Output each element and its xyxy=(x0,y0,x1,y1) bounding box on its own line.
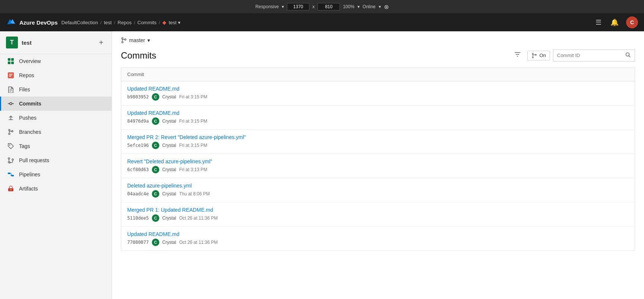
sidebar-item-repos[interactable]: Repos xyxy=(0,68,112,82)
commit-hash: 5efce196 xyxy=(127,143,149,148)
sep4: / xyxy=(159,20,160,25)
toolbar-right: On xyxy=(511,49,635,62)
width-input[interactable] xyxy=(287,3,309,10)
commits-icon xyxy=(7,100,15,107)
sidebar-item-commits[interactable]: Commits xyxy=(0,97,112,111)
filter-button[interactable] xyxy=(511,49,524,62)
height-input[interactable] xyxy=(318,3,340,10)
sidebar-project: T test + xyxy=(0,31,112,54)
filter-icon xyxy=(514,51,521,58)
svg-point-13 xyxy=(8,158,10,159)
svg-point-12 xyxy=(9,145,10,146)
commit-row[interactable]: Updated README.md 84976d9a C Crystal Fri… xyxy=(121,106,635,130)
sidebar-item-branches[interactable]: Branches xyxy=(0,125,112,139)
sidebar-item-artifacts-label: Artifacts xyxy=(19,186,106,192)
list-icon-button[interactable]: ☰ xyxy=(594,17,603,28)
commits-list: Updated README.md b9803952 C Crystal Fri… xyxy=(121,81,635,251)
commit-row[interactable]: Merged PR 2: Revert "Deleted azure-pipel… xyxy=(121,130,635,154)
sidebar-item-pull-requests[interactable]: Pull requests xyxy=(0,153,112,167)
commit-hash: 04aadc4e xyxy=(127,191,149,196)
sidebar-item-pushes[interactable]: Pushes xyxy=(0,111,112,125)
azure-devops-logo[interactable]: Azure DevOps xyxy=(6,17,58,28)
zoom-dropdown-icon: ▾ xyxy=(357,4,360,9)
page-title-row: Commits On xyxy=(121,49,635,62)
commit-title: Revert "Deleted azure-pipelines.yml" xyxy=(127,158,629,164)
svg-point-23 xyxy=(532,57,533,58)
sidebar-item-pipelines[interactable]: Pipelines xyxy=(0,167,112,182)
x-label: x xyxy=(312,4,315,9)
commit-id-container xyxy=(553,50,635,62)
breadcrumb-collection[interactable]: DefaultCollection xyxy=(62,20,98,25)
responsive-label: Responsive xyxy=(255,4,279,9)
author-avatar: C xyxy=(152,190,159,198)
sidebar-item-overview[interactable]: Overview xyxy=(0,54,112,68)
svg-point-15 xyxy=(12,159,13,160)
zoom-label: 100% xyxy=(343,4,354,9)
pushes-icon xyxy=(7,114,15,121)
bell-icon-button[interactable]: 🔔 xyxy=(609,17,620,28)
commit-hash: b9803952 xyxy=(127,94,149,100)
commit-meta: b9803952 C Crystal Fri at 3:15 PM xyxy=(127,93,629,101)
commit-title: Updated README.md xyxy=(127,110,629,116)
commit-date: Fri at 3:15 PM xyxy=(179,94,207,100)
svg-point-10 xyxy=(9,133,10,135)
commit-title: Deleted azure-pipelines.yml xyxy=(127,183,629,189)
commit-row[interactable]: Revert "Deleted azure-pipelines.yml" 6cf… xyxy=(121,154,635,178)
author-name: Crystal xyxy=(162,94,176,100)
commit-row[interactable]: Updated README.md b9803952 C Crystal Fri… xyxy=(121,81,635,106)
app-header: Azure DevOps DefaultCollection / test / … xyxy=(0,13,644,31)
azure-logo-icon xyxy=(6,17,16,28)
commit-id-search-button[interactable] xyxy=(625,52,631,59)
author-avatar: C xyxy=(152,166,159,173)
svg-rect-4 xyxy=(11,62,14,64)
on-toggle-button[interactable]: On xyxy=(527,51,550,60)
svg-rect-3 xyxy=(8,62,10,64)
sep1: / xyxy=(100,20,102,25)
svg-point-9 xyxy=(9,129,10,131)
svg-rect-1 xyxy=(8,58,10,61)
author-avatar: C xyxy=(152,142,159,149)
commit-meta: 84976d9a C Crystal Fri at 3:15 PM xyxy=(127,117,629,125)
svg-point-6 xyxy=(10,103,12,105)
sidebar: T test + Overview Repos Files xyxy=(0,31,112,299)
repos-icon xyxy=(7,72,15,79)
breadcrumb-commits[interactable]: Commits xyxy=(137,20,156,25)
add-project-button[interactable]: + xyxy=(97,38,106,48)
user-avatar[interactable]: C xyxy=(626,16,638,28)
sidebar-item-artifacts[interactable]: Artifacts xyxy=(0,182,112,196)
project-name: test xyxy=(22,40,93,46)
sidebar-item-tags[interactable]: Tags xyxy=(0,139,112,153)
sidebar-item-pipelines-label: Pipelines xyxy=(19,171,106,177)
breadcrumb-branch[interactable]: test ▾ xyxy=(169,20,181,25)
files-icon xyxy=(7,86,15,93)
tags-icon xyxy=(7,143,15,150)
branch-selector[interactable]: master ▾ xyxy=(121,37,635,43)
commit-meta: 77080077 C Crystal Oct 26 at 11:36 PM xyxy=(127,239,629,246)
breadcrumb-repos[interactable]: Repos xyxy=(118,20,132,25)
author-name: Crystal xyxy=(162,191,176,196)
commit-row[interactable]: Merged PR 1: Updated README.md 5110dee5 … xyxy=(121,202,635,227)
svg-point-20 xyxy=(122,41,123,43)
commit-hash: 84976d9a xyxy=(127,119,149,124)
page-title: Commits xyxy=(121,50,511,61)
svg-rect-16 xyxy=(8,173,10,174)
settings-icon[interactable]: ⊗ xyxy=(384,3,389,10)
artifacts-icon xyxy=(7,185,15,192)
sidebar-item-files[interactable]: Files xyxy=(0,82,112,97)
commits-table-header: Commit xyxy=(121,68,635,81)
overview-icon xyxy=(7,58,15,64)
branch-label: test xyxy=(169,20,176,25)
commit-date: Oct 26 at 11:36 PM xyxy=(179,215,218,221)
breadcrumb-project[interactable]: test xyxy=(104,20,112,25)
author-avatar: C xyxy=(152,117,159,125)
commit-date: Fri at 3:13 PM xyxy=(179,167,207,172)
commit-row[interactable]: Updated README.md 77080077 C Crystal Oct… xyxy=(121,227,635,251)
commit-id-input[interactable] xyxy=(557,53,624,58)
commit-date: Thu at 8:06 PM xyxy=(179,191,210,196)
branch-icon: ◆ xyxy=(162,19,166,25)
sidebar-item-commits-label: Commits xyxy=(19,101,106,107)
author-avatar: C xyxy=(152,239,159,246)
commit-row[interactable]: Deleted azure-pipelines.yml 04aadc4e C C… xyxy=(121,178,635,202)
on-toggle-label: On xyxy=(540,53,546,58)
svg-point-25 xyxy=(626,53,629,56)
